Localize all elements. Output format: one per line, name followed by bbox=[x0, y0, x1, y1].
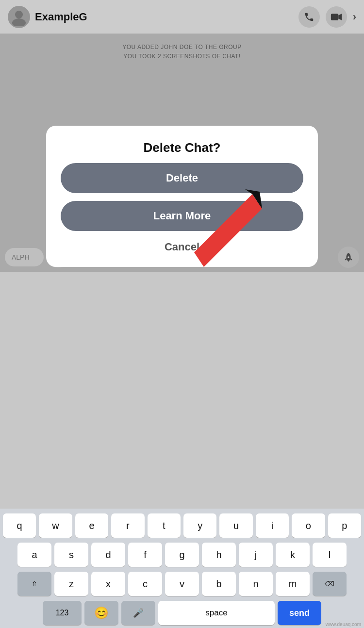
send-key[interactable]: send bbox=[278, 601, 321, 625]
key-s[interactable]: s bbox=[54, 543, 88, 567]
key-v[interactable]: v bbox=[165, 572, 199, 596]
modal-overlay: Delete Chat? Delete Learn More Cancel bbox=[0, 0, 364, 272]
key-j[interactable]: j bbox=[239, 543, 273, 567]
space-key[interactable]: space bbox=[158, 601, 275, 625]
emoji-key[interactable]: 😊 bbox=[84, 601, 118, 625]
keyboard-row-3: ⇧ z x c v b n m ⌫ bbox=[3, 572, 361, 596]
key-u[interactable]: u bbox=[219, 513, 252, 538]
key-p[interactable]: p bbox=[328, 513, 361, 538]
key-i[interactable]: i bbox=[256, 513, 289, 538]
key-m[interactable]: m bbox=[276, 572, 310, 596]
key-q[interactable]: q bbox=[3, 513, 36, 538]
key-b[interactable]: b bbox=[202, 572, 236, 596]
key-d[interactable]: d bbox=[91, 543, 125, 567]
numbers-key[interactable]: 123 bbox=[43, 601, 82, 625]
key-y[interactable]: y bbox=[183, 513, 216, 538]
cancel-button[interactable]: Cancel bbox=[165, 239, 199, 255]
keyboard-bottom-row: 123 😊 🎤 space send bbox=[3, 601, 361, 625]
mic-key[interactable]: 🎤 bbox=[121, 601, 155, 625]
key-k[interactable]: k bbox=[276, 543, 310, 567]
backspace-key[interactable]: ⌫ bbox=[313, 572, 347, 596]
key-x[interactable]: x bbox=[91, 572, 125, 596]
key-f[interactable]: f bbox=[128, 543, 162, 567]
key-z[interactable]: z bbox=[54, 572, 88, 596]
key-g[interactable]: g bbox=[165, 543, 199, 567]
keyboard: q w e r t y u i o p a s d f g h j k l ⇧ … bbox=[0, 509, 364, 628]
key-l[interactable]: l bbox=[313, 543, 347, 567]
keyboard-row-1: q w e r t y u i o p bbox=[3, 513, 361, 538]
key-w[interactable]: w bbox=[39, 513, 72, 538]
key-n[interactable]: n bbox=[239, 572, 273, 596]
shift-key[interactable]: ⇧ bbox=[17, 572, 51, 596]
keyboard-row-2: a s d f g h j k l bbox=[3, 543, 361, 567]
modal-title: Delete Chat? bbox=[144, 140, 221, 155]
learn-more-button[interactable]: Learn More bbox=[61, 201, 303, 231]
watermark: www.deuaq.com bbox=[326, 622, 361, 627]
key-c[interactable]: c bbox=[128, 572, 162, 596]
key-h[interactable]: h bbox=[202, 543, 236, 567]
key-r[interactable]: r bbox=[111, 513, 144, 538]
key-e[interactable]: e bbox=[75, 513, 108, 538]
key-a[interactable]: a bbox=[17, 543, 51, 567]
key-o[interactable]: o bbox=[292, 513, 325, 538]
delete-chat-modal: Delete Chat? Delete Learn More Cancel bbox=[46, 126, 318, 267]
key-t[interactable]: t bbox=[148, 513, 181, 538]
delete-button[interactable]: Delete bbox=[61, 163, 303, 193]
